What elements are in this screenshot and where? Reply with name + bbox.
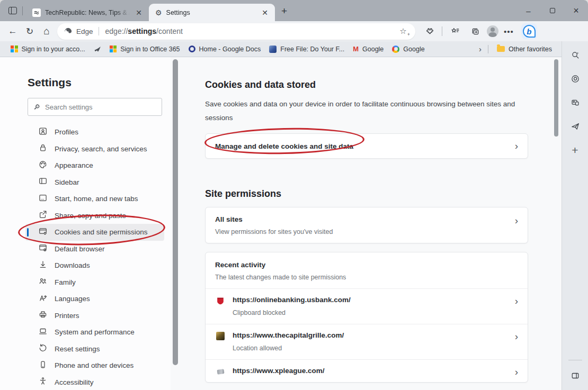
section-heading-cookies: Cookies and data stored [205,79,562,90]
favorite-plane-bookmark[interactable] [90,44,105,55]
sidebar-item-phone-other-devices[interactable]: Phone and other devices [25,357,164,374]
settings-main: Cookies and data stored Save cookies and… [180,57,562,390]
favorites-divider [488,45,488,53]
tab-techrepublic[interactable]: TechRepublic: News, Tips & Advi ✕ [26,4,149,21]
search-button[interactable] [568,48,582,62]
minimize-button[interactable]: – [516,0,540,21]
all-sites-row[interactable]: All sites View permissions for sites you… [205,207,528,243]
techrepublic-favicon [32,8,41,17]
favorites-icon[interactable] [447,23,464,39]
site-permission-row-usbank[interactable]: https://onlinebanking.usbank.com/Clipboa… [206,289,528,324]
tab-title: Settings [166,9,256,16]
sidebar-scrollbar[interactable] [171,57,180,390]
sidebar-divider [568,360,582,360]
microsoft-logo [11,46,18,53]
sidebar-item-default-browser[interactable]: Default browser [25,241,164,258]
sidebar-item-label: Cookies and site permissions [55,228,148,236]
favorite-gmail[interactable]: MGoogle [349,43,388,55]
ring-favicon [189,46,195,52]
sidebar-item-label: Languages [55,295,90,303]
sidebar-toggle-button[interactable] [568,369,582,383]
favorites-overflow-icon[interactable]: › [477,44,484,53]
extensions-icon[interactable] [421,23,438,39]
manage-cookies-row[interactable]: Manage and delete cookies and site data … [205,133,528,159]
site-permission-row-xpleague[interactable]: https://www.xpleague.com/› [206,360,528,382]
collections-icon[interactable] [467,23,484,39]
sidebar-item-languages[interactable]: Languages [25,291,164,307]
sidebar-item-reset-settings[interactable]: Reset settings [25,341,164,358]
sidebar-item-label: Phone and other devices [55,361,133,369]
site-permission-row-capitalgrille[interactable]: https://www.thecapitalgrille.com/Locatio… [206,324,528,360]
sidebar-item-accessibility[interactable]: Accessibility [25,374,164,390]
sidebar-item-printers[interactable]: Printers [25,307,164,324]
drop-button[interactable] [568,120,582,133]
favorite-label: Sign in to your acco... [22,46,85,53]
settings-gear-favicon: ⚙ [155,9,162,16]
favorite-label: Google [362,46,384,53]
new-tab-button[interactable]: + [281,2,287,17]
customize-button[interactable]: + [568,143,582,157]
sidebar-item-label: Default browser [55,245,105,253]
sidebar-item-appearance[interactable]: Appearance [25,157,164,174]
edge-sidebar: +⚙ [562,41,588,390]
search-settings-box[interactable]: 🔍︎ [28,98,162,116]
close-window-button[interactable]: × [564,0,588,21]
sidebar-item-sidebar[interactable]: Sidebar [25,174,164,191]
address-bar[interactable]: Edge edge://settings/content ☆+ [57,23,415,40]
bing-copilot-icon: b [523,25,536,38]
palette-icon [38,160,48,171]
site-texts: https://onlinebanking.usbank.com/Clipboa… [233,296,351,316]
favorite-label: Home - Google Docs [199,46,261,53]
toolbar-divider [442,26,442,36]
workspaces-icon[interactable] [8,7,17,14]
sidebar-item-label: Reset settings [55,345,100,353]
scrollbar-thumb[interactable] [173,59,178,365]
plane-favicon [94,46,101,53]
reset-icon [38,343,48,355]
sidebar-item-label: Downloads [55,261,90,269]
image-creator-button[interactable] [568,96,582,110]
copilot-button[interactable]: b [521,23,537,39]
sidebar-item-family[interactable]: Family [25,274,164,291]
other-favorites-button[interactable]: Other favorites [493,44,556,55]
profile-avatar[interactable] [487,25,498,37]
sidebar-item-cookies-site-permissions[interactable]: Cookies and site permissions [25,224,164,241]
url-text: edge://settings/content [105,27,397,35]
refresh-icon[interactable]: ↻ [21,23,38,39]
site-url: https://onlinebanking.usbank.com/ [233,296,351,304]
favorite-free-file[interactable]: Free File: Do Your F... [265,44,349,55]
sidebar-item-start-home-new-tabs[interactable]: Start, home, and new tabs [25,191,164,207]
sidebar-item-downloads[interactable]: Downloads [25,257,164,274]
favorite-sign-in-account[interactable]: Sign in to your acco... [6,44,90,55]
favorite-google-docs-home[interactable]: Home - Google Docs [184,44,265,55]
favorite-google[interactable]: Google [388,44,429,55]
sidebar-item-privacy-search-services[interactable]: Privacy, search, and services [25,141,164,158]
tab-settings[interactable]: ⚙ Settings ✕ [149,4,275,21]
chevron-right-icon: › [515,295,518,307]
favorite-office-365[interactable]: Sign in to Office 365 [105,44,184,55]
address-divider [99,27,99,35]
close-tab-icon[interactable]: ✕ [260,8,270,17]
shopping-button[interactable] [568,72,582,86]
add-favorite-icon[interactable]: ☆+ [397,26,409,36]
main-scrollbar-thumb[interactable] [554,59,558,137]
maximize-button[interactable] [540,0,564,21]
more-menu-icon[interactable]: ••• [502,27,516,36]
sidebar-item-label: Share, copy and paste [55,212,126,220]
search-settings-input[interactable] [45,103,156,111]
sidebar-item-profiles[interactable]: Profiles [25,124,164,141]
back-icon[interactable]: ← [4,23,21,39]
sidebar-item-label: Privacy, search, and services [55,145,147,153]
phone-icon [38,360,48,371]
home-icon[interactable]: ⌂ [38,23,55,39]
close-tab-icon[interactable]: ✕ [134,8,144,17]
titlebar: TechRepublic: News, Tips & Advi ✕ ⚙ Sett… [0,0,588,21]
folder-icon [497,46,505,52]
favorites-bar: Sign in to your acco...Sign in to Office… [0,41,562,57]
sidebar-item-label: Family [55,278,76,286]
favorite-label: Google [403,46,424,53]
sidebar-item-system-performance[interactable]: System and performance [25,324,164,341]
sidebar-item-share-copy-paste[interactable]: Share, copy and paste [25,207,164,224]
site-label: Edge [76,28,93,35]
accessibility-icon [38,376,48,388]
